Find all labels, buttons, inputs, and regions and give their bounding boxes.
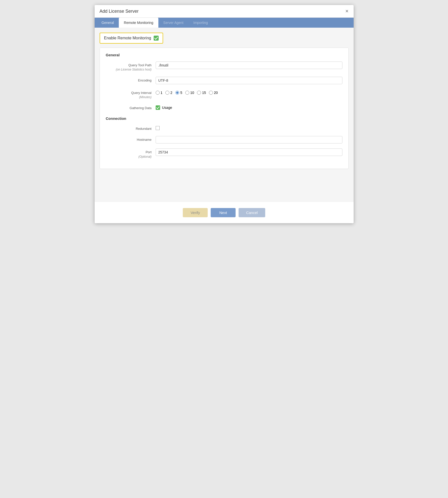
redundant-label: Redundant: [106, 125, 156, 131]
query-interval-label: Query Interval (Minutes): [106, 89, 156, 99]
radio-item-15[interactable]: 15: [197, 91, 206, 95]
gathering-data-label: Gathering Data: [106, 104, 156, 110]
radio-item-10[interactable]: 10: [185, 91, 194, 95]
modal-footer: Verify Next Cancel: [95, 202, 354, 223]
tab-bar: General Remote Monitoring Server Agent I…: [95, 18, 354, 28]
hostname-group: Hostname: [106, 136, 342, 143]
enable-remote-monitoring-label: Enable Remote Monitoring: [104, 36, 151, 40]
content-card: General Query Tool Path (on License Stat…: [100, 48, 349, 169]
modal-header: Add License Server ×: [95, 5, 354, 18]
query-tool-path-group: Query Tool Path (on License Statistics h…: [106, 62, 342, 72]
radio-10[interactable]: [185, 91, 189, 95]
modal: Add License Server × General Remote Moni…: [95, 5, 354, 223]
port-label: Port (Optional): [106, 148, 156, 159]
encoding-input[interactable]: [156, 77, 342, 84]
radio-5[interactable]: [175, 91, 179, 95]
encoding-label: Encoding: [106, 77, 156, 83]
hostname-label: Hostname: [106, 136, 156, 142]
enable-remote-monitoring-check-icon: [154, 36, 159, 41]
enable-remote-monitoring-section[interactable]: Enable Remote Monitoring: [100, 33, 163, 44]
redundant-group: Redundant: [106, 125, 342, 131]
radio-item-2[interactable]: 2: [165, 91, 172, 95]
port-group: Port (Optional): [106, 148, 342, 159]
gathering-data-check-icon[interactable]: [156, 105, 160, 110]
radio-item-5[interactable]: 5: [175, 91, 182, 95]
gathering-data-group: Gathering Data Usage: [106, 104, 342, 110]
redundant-checkbox-group: [156, 125, 160, 130]
close-button[interactable]: ×: [345, 8, 349, 14]
connection-section-title: Connection: [106, 116, 342, 121]
tab-importing: Importing: [189, 18, 213, 28]
redundant-checkbox[interactable]: [156, 126, 160, 130]
gathering-data-usage-label: Usage: [162, 106, 172, 110]
gathering-data-checkbox-group: Usage: [156, 104, 172, 110]
encoding-group: Encoding: [106, 77, 342, 84]
query-tool-path-input[interactable]: [156, 62, 342, 69]
general-section-title: General: [106, 53, 342, 57]
section-divider: Connection: [106, 116, 342, 121]
tab-server-agent: Server Agent: [158, 18, 189, 28]
query-interval-group: Query Interval (Minutes) 1 2 5 10: [106, 89, 342, 99]
query-interval-radios: 1 2 5 10 15 20: [156, 89, 218, 95]
tab-general[interactable]: General: [97, 18, 119, 28]
hostname-input[interactable]: [156, 136, 342, 143]
radio-2[interactable]: [165, 91, 169, 95]
port-input[interactable]: [156, 148, 342, 156]
modal-body: Enable Remote Monitoring General Query T…: [95, 28, 354, 202]
next-button[interactable]: Next: [211, 208, 236, 217]
modal-title: Add License Server: [100, 9, 139, 14]
verify-button[interactable]: Verify: [183, 208, 208, 217]
cancel-button[interactable]: Cancel: [239, 208, 265, 217]
query-tool-path-label: Query Tool Path (on License Statistics h…: [106, 62, 156, 72]
radio-item-1[interactable]: 1: [156, 91, 163, 95]
tab-remote-monitoring[interactable]: Remote Monitoring: [119, 18, 158, 28]
radio-15[interactable]: [197, 91, 201, 95]
radio-1[interactable]: [156, 91, 160, 95]
radio-20[interactable]: [209, 91, 213, 95]
radio-item-20[interactable]: 20: [209, 91, 218, 95]
